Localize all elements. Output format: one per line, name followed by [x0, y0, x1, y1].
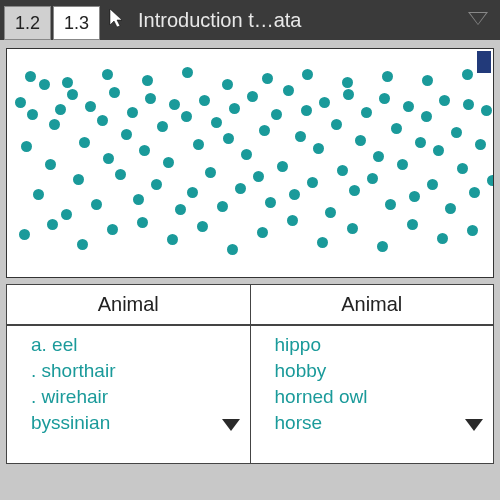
data-point[interactable]	[467, 225, 478, 236]
data-point[interactable]	[157, 121, 168, 132]
data-point[interactable]	[85, 101, 96, 112]
data-point[interactable]	[289, 189, 300, 200]
column-header[interactable]: Animal	[251, 285, 494, 326]
data-point[interactable]	[342, 77, 353, 88]
data-point[interactable]	[163, 157, 174, 168]
data-point[interactable]	[109, 87, 120, 98]
data-point[interactable]	[259, 125, 270, 136]
list-item[interactable]: hippo	[275, 334, 490, 356]
data-point[interactable]	[193, 139, 204, 150]
list-item[interactable]: hobby	[275, 360, 490, 382]
data-point[interactable]	[67, 89, 78, 100]
data-point[interactable]	[407, 219, 418, 230]
data-point[interactable]	[19, 229, 30, 240]
data-point[interactable]	[462, 69, 473, 80]
data-point[interactable]	[151, 179, 162, 190]
data-point[interactable]	[319, 97, 330, 108]
data-point[interactable]	[139, 145, 150, 156]
data-point[interactable]	[313, 143, 324, 154]
data-point[interactable]	[142, 75, 153, 86]
data-point[interactable]	[415, 137, 426, 148]
data-point[interactable]	[77, 239, 88, 250]
column-dropdown-icon[interactable]	[465, 417, 483, 435]
data-point[interactable]	[469, 187, 480, 198]
data-point[interactable]	[301, 105, 312, 116]
data-point[interactable]	[325, 207, 336, 218]
data-point[interactable]	[229, 103, 240, 114]
data-point[interactable]	[169, 99, 180, 110]
data-point[interactable]	[47, 219, 58, 230]
list-item[interactable]: a. eel	[31, 334, 246, 356]
data-point[interactable]	[379, 93, 390, 104]
data-point[interactable]	[409, 191, 420, 202]
data-point[interactable]	[257, 227, 268, 238]
data-point[interactable]	[79, 137, 90, 148]
data-point[interactable]	[347, 223, 358, 234]
data-point[interactable]	[121, 129, 132, 140]
scatter-plot[interactable]	[6, 48, 494, 278]
data-point[interactable]	[145, 93, 156, 104]
data-point[interactable]	[433, 145, 444, 156]
data-point[interactable]	[427, 179, 438, 190]
data-point[interactable]	[182, 67, 193, 78]
data-point[interactable]	[382, 71, 393, 82]
data-point[interactable]	[253, 171, 264, 182]
data-point[interactable]	[73, 174, 84, 185]
data-point[interactable]	[91, 199, 102, 210]
data-point[interactable]	[481, 105, 492, 116]
data-point[interactable]	[271, 109, 282, 120]
list-item[interactable]: . shorthair	[31, 360, 246, 382]
list-item[interactable]: horse	[275, 412, 490, 434]
data-point[interactable]	[247, 91, 258, 102]
tab-1-3[interactable]: 1.3	[53, 6, 100, 40]
data-point[interactable]	[437, 233, 448, 244]
data-point[interactable]	[167, 234, 178, 245]
data-point[interactable]	[265, 197, 276, 208]
data-point[interactable]	[25, 71, 36, 82]
data-point[interactable]	[287, 215, 298, 226]
data-point[interactable]	[361, 107, 372, 118]
data-point[interactable]	[457, 163, 468, 174]
data-point[interactable]	[277, 161, 288, 172]
data-point[interactable]	[367, 173, 378, 184]
data-point[interactable]	[463, 99, 474, 110]
data-point[interactable]	[397, 159, 408, 170]
data-point[interactable]	[391, 123, 402, 134]
data-point[interactable]	[97, 115, 108, 126]
data-point[interactable]	[107, 224, 118, 235]
data-point[interactable]	[175, 204, 186, 215]
data-point[interactable]	[205, 167, 216, 178]
data-point[interactable]	[235, 183, 246, 194]
data-point[interactable]	[222, 79, 233, 90]
data-point[interactable]	[317, 237, 328, 248]
title-menu-dropdown-icon[interactable]	[468, 11, 488, 29]
column-dropdown-icon[interactable]	[222, 417, 240, 435]
data-point[interactable]	[55, 104, 66, 115]
list-item[interactable]: byssinian	[31, 412, 246, 434]
data-point[interactable]	[421, 111, 432, 122]
data-point[interactable]	[199, 95, 210, 106]
data-point[interactable]	[331, 119, 342, 130]
data-point[interactable]	[445, 203, 456, 214]
data-point[interactable]	[343, 89, 354, 100]
data-point[interactable]	[307, 177, 318, 188]
data-point[interactable]	[295, 131, 306, 142]
list-item[interactable]: horned owl	[275, 386, 490, 408]
data-point[interactable]	[102, 69, 113, 80]
data-point[interactable]	[187, 187, 198, 198]
data-point[interactable]	[302, 69, 313, 80]
data-point[interactable]	[15, 97, 26, 108]
data-point[interactable]	[61, 209, 72, 220]
data-point[interactable]	[211, 117, 222, 128]
data-point[interactable]	[487, 175, 494, 186]
data-point[interactable]	[181, 111, 192, 122]
data-point[interactable]	[377, 241, 388, 252]
data-point[interactable]	[227, 244, 238, 255]
data-point[interactable]	[21, 141, 32, 152]
data-point[interactable]	[223, 133, 234, 144]
list-item[interactable]: . wirehair	[31, 386, 246, 408]
data-point[interactable]	[422, 75, 433, 86]
data-point[interactable]	[349, 185, 360, 196]
data-point[interactable]	[337, 165, 348, 176]
tab-1-2[interactable]: 1.2	[4, 6, 51, 40]
